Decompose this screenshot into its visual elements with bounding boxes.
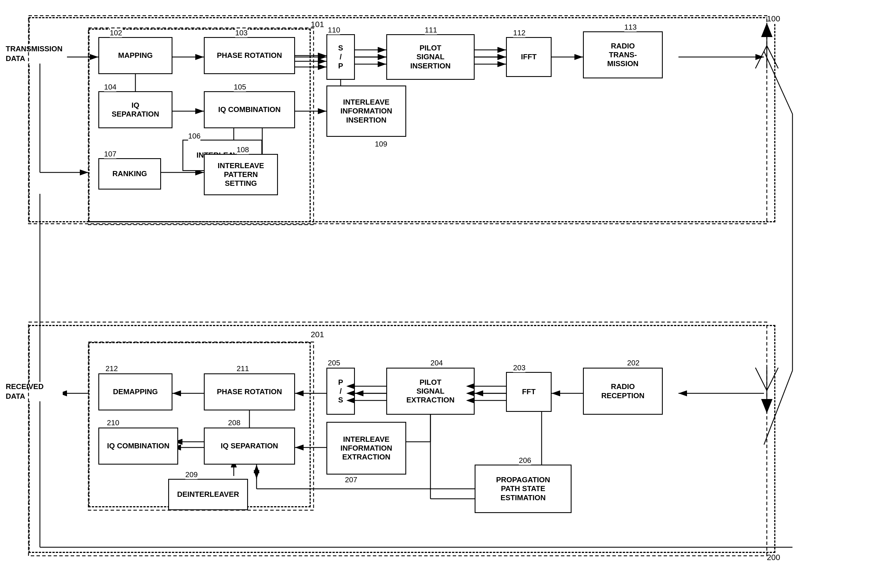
ref-209: 209 — [185, 470, 198, 479]
radio-rx-block: RADIORECEPTION — [583, 368, 663, 415]
ref-201: 201 — [311, 330, 324, 339]
ref-107: 107 — [104, 150, 116, 159]
rx-antenna — [753, 356, 781, 413]
mapping-block: MAPPING — [98, 37, 172, 74]
ref-106: 106 — [188, 132, 200, 141]
demapping-block: DEMAPPING — [98, 374, 172, 410]
phase-rotation-rx-block: PHASE ROTATION — [204, 374, 295, 410]
svg-marker-47 — [761, 23, 772, 37]
fft-block: FFT — [506, 372, 552, 412]
ref-207: 207 — [345, 476, 357, 484]
svg-marker-51 — [761, 399, 772, 413]
ref-105: 105 — [234, 82, 246, 92]
radio-tx-block: RADIOTRANS-MISSION — [583, 32, 663, 78]
deinterleaver-block: DEINTERLEAVER — [168, 479, 248, 510]
transmission-data-label: TRANSMISSION DATA — [6, 44, 66, 63]
ref-111: 111 — [425, 26, 437, 34]
ref-211: 211 — [237, 364, 249, 373]
ref-101: 101 — [311, 20, 324, 29]
ref-103: 103 — [235, 28, 248, 38]
tx-antenna — [753, 23, 781, 80]
ref-203: 203 — [513, 363, 525, 372]
ref-212: 212 — [105, 364, 118, 373]
iq-sep-rx-block: IQ SEPARATION — [204, 428, 295, 465]
ref-113: 113 — [624, 23, 636, 32]
ref-100: 100 — [767, 14, 780, 23]
ref-205: 205 — [328, 358, 340, 368]
ref-200: 200 — [767, 553, 780, 562]
received-data-label: RECEIVED DATA — [6, 382, 63, 401]
iq-comb-rx-block: IQ COMBINATION — [98, 428, 178, 465]
sp-block: S/P — [326, 34, 355, 80]
ref-202: 202 — [627, 358, 639, 368]
ref-210: 210 — [107, 418, 119, 427]
ifft-block: IFFT — [506, 37, 552, 77]
pilot-ins-block: PILOTSIGNALINSERTION — [386, 34, 475, 80]
svg-line-49 — [755, 368, 767, 390]
svg-line-45 — [755, 46, 767, 68]
iq-sep-tx-block: IQSEPARATION — [98, 91, 172, 128]
ref-208: 208 — [228, 418, 240, 427]
ps-block: P/S — [326, 368, 355, 415]
ref-108: 108 — [237, 146, 249, 154]
prop-path-block: PROPAGATIONPATH STATEESTIMATION — [475, 465, 572, 513]
ref-204: 204 — [430, 358, 443, 368]
ref-102: 102 — [110, 28, 122, 38]
interleave-info-ins-block: INTERLEAVEINFORMATIONINSERTION — [326, 86, 406, 137]
phase-rotation-tx-block: PHASE ROTATION — [204, 37, 295, 74]
ref-110: 110 — [328, 26, 340, 34]
svg-line-50 — [767, 368, 778, 390]
iq-comb-tx-block: IQ COMBINATION — [204, 91, 295, 128]
interleave-info-ext-block: INTERLEAVEINFORMATIONEXTRACTION — [326, 422, 406, 474]
pilot-ext-block: PILOTSIGNALEXTRACTION — [386, 368, 475, 415]
ranking-block: RANKING — [98, 158, 161, 189]
ref-112: 112 — [513, 28, 525, 38]
ref-206: 206 — [519, 456, 531, 465]
interleave-pattern-block: INTERLEAVEPATTERNSETTING — [204, 154, 278, 195]
svg-line-46 — [767, 46, 778, 68]
ref-109: 109 — [375, 140, 387, 148]
ref-104: 104 — [104, 82, 116, 92]
